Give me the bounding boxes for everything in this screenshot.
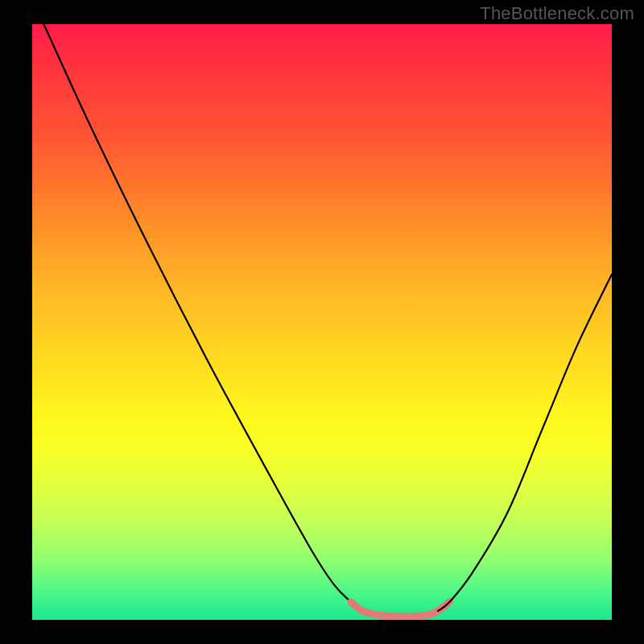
watermark-text: TheBottleneck.com (480, 3, 634, 24)
chart-container: TheBottleneck.com (0, 0, 644, 644)
left-curve-path (43, 24, 362, 611)
chart-svg (32, 24, 612, 620)
right-curve-path (438, 275, 612, 611)
series-group (43, 24, 612, 617)
flat-segment-path (351, 602, 449, 617)
